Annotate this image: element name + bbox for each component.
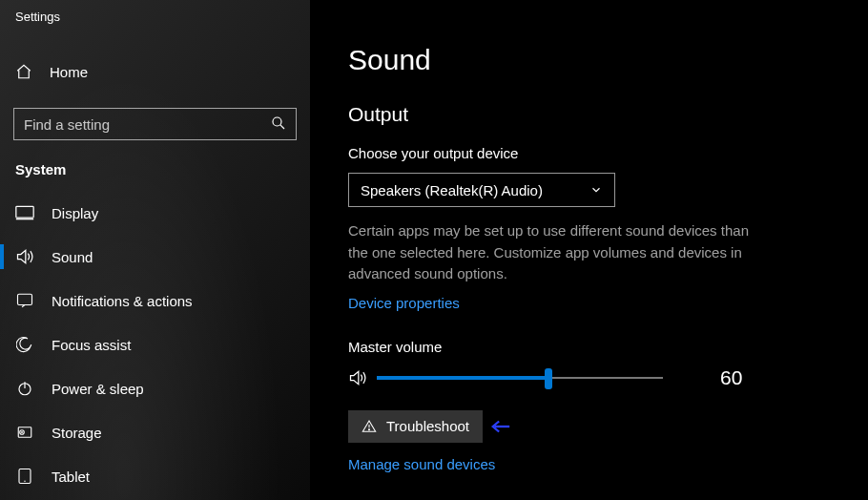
nav-item-tablet[interactable]: Tablet <box>0 454 310 498</box>
home-button[interactable]: Home <box>0 52 310 91</box>
display-icon <box>15 205 34 220</box>
sound-icon <box>15 248 34 265</box>
output-device-select[interactable]: Speakers (Realtek(R) Audio) <box>348 173 615 207</box>
slider-fill <box>377 376 548 380</box>
home-icon <box>15 63 32 80</box>
volume-icon[interactable] <box>348 369 367 386</box>
output-section-title: Output <box>348 103 811 126</box>
svg-point-9 <box>22 432 23 433</box>
home-label: Home <box>50 64 88 80</box>
nav-label: Storage <box>52 425 102 441</box>
app-title: Settings <box>0 0 310 24</box>
troubleshoot-label: Troubleshoot <box>386 418 469 434</box>
troubleshoot-button[interactable]: Troubleshoot <box>348 410 483 443</box>
notifications-icon <box>15 292 34 309</box>
search-input[interactable] <box>13 108 297 140</box>
svg-rect-4 <box>18 294 32 304</box>
section-header: System <box>15 161 310 177</box>
warning-icon <box>362 419 377 434</box>
nav-label: Notifications & actions <box>52 293 193 309</box>
storage-icon <box>15 424 34 441</box>
master-volume-slider[interactable] <box>377 368 663 387</box>
manage-sound-devices-link[interactable]: Manage sound devices <box>348 456 495 472</box>
nav-item-display[interactable]: Display <box>0 191 310 235</box>
nav-label: Tablet <box>52 469 90 485</box>
page-title: Sound <box>348 44 811 76</box>
master-volume-label: Master volume <box>348 339 811 355</box>
nav-label: Power & sleep <box>52 381 144 397</box>
nav-item-focus-assist[interactable]: Focus assist <box>0 323 310 366</box>
nav-item-notifications[interactable]: Notifications & actions <box>0 279 310 323</box>
nav-list: Display Sound Notifications & actions <box>0 191 310 498</box>
arrow-annotation-icon <box>490 419 511 434</box>
search-field[interactable] <box>13 108 297 140</box>
master-volume-row: 60 <box>348 366 811 389</box>
nav-label: Focus assist <box>52 337 131 353</box>
tablet-icon <box>15 468 34 485</box>
master-volume-value: 60 <box>720 366 742 389</box>
slider-thumb[interactable] <box>545 368 552 389</box>
output-help-text: Certain apps may be set up to use differ… <box>348 220 768 285</box>
chevron-down-icon <box>589 183 603 197</box>
device-properties-link[interactable]: Device properties <box>348 295 460 311</box>
main-content: Sound Output Choose your output device S… <box>310 0 868 500</box>
svg-point-13 <box>368 428 369 429</box>
power-icon <box>15 380 34 397</box>
nav-item-power-sleep[interactable]: Power & sleep <box>0 366 310 410</box>
focus-assist-icon <box>15 336 34 353</box>
nav-label: Display <box>52 205 98 221</box>
svg-rect-2 <box>16 206 33 218</box>
nav-label: Sound <box>52 249 93 265</box>
sidebar: Settings Home System Display <box>0 0 310 500</box>
output-device-value: Speakers (Realtek(R) Audio) <box>361 182 543 198</box>
choose-output-label: Choose your output device <box>348 145 811 161</box>
nav-item-sound[interactable]: Sound <box>0 235 310 279</box>
nav-item-storage[interactable]: Storage <box>0 410 310 454</box>
